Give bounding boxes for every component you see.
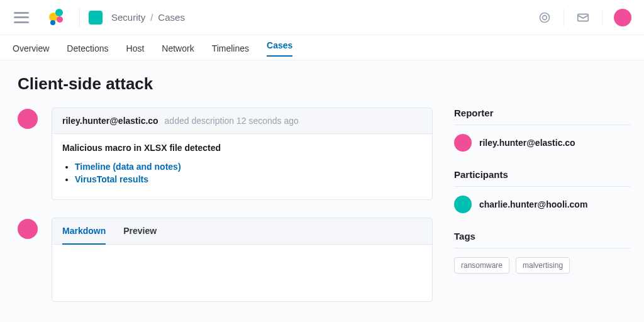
help-icon[interactable] [537, 10, 552, 25]
nav-toggle-button[interactable] [14, 12, 29, 23]
reporter-label: Reporter [454, 108, 630, 125]
editor-tab-markdown[interactable]: Markdown [62, 218, 106, 245]
activity-entry: riley.hunter@elastic.co added descriptio… [18, 108, 433, 200]
space-selector-button[interactable] [89, 11, 103, 25]
avatar [454, 196, 472, 213]
tag-chip[interactable]: malvertising [516, 257, 570, 274]
top-bar: Security / Cases [0, 0, 644, 35]
reporter-name: riley.hunter@elastic.co [479, 138, 575, 148]
participant-name: charlie.hunter@hooli.com [479, 199, 587, 209]
activity-description: Malicious macro in XLSX file detected [62, 143, 422, 153]
link-timeline[interactable]: Timeline (data and notes) [75, 162, 181, 172]
tab-detections[interactable]: Detections [67, 42, 108, 53]
breadcrumb-root[interactable]: Security [111, 12, 145, 23]
participant-person[interactable]: charlie.hunter@hooli.com [454, 196, 630, 213]
page-body: Client-side attack riley.hunter@elastic.… [0, 60, 644, 322]
breadcrumb-current: Cases [158, 12, 185, 23]
editor-card[interactable]: Markdown Preview [52, 218, 433, 302]
case-title: Client-side attack [14, 74, 630, 94]
tab-host[interactable]: Host [126, 42, 145, 53]
activity-action: added description [165, 116, 235, 126]
newsfeed-icon[interactable] [575, 10, 591, 25]
tab-network[interactable]: Network [162, 42, 194, 53]
svg-point-1 [543, 15, 547, 19]
activity-avatar [18, 109, 38, 129]
link-virustotal[interactable]: VirusTotal results [75, 174, 148, 184]
comment-editor: Markdown Preview [18, 218, 433, 302]
editor-avatar [18, 219, 38, 239]
breadcrumb-separator: / [150, 12, 153, 23]
divider [602, 9, 602, 26]
divider [79, 8, 80, 27]
tags-label: Tags [454, 231, 630, 248]
section-tabs: Overview Detections Host Network Timelin… [0, 35, 644, 60]
activity-feed: riley.hunter@elastic.co added descriptio… [18, 108, 433, 319]
participants-section: Participants charlie.hunter@hooli.com [454, 169, 630, 213]
activity-actor: riley.hunter@elastic.co [62, 116, 158, 126]
svg-point-0 [540, 13, 550, 22]
participants-label: Participants [454, 169, 630, 187]
reporter-person[interactable]: riley.hunter@elastic.co [454, 134, 630, 152]
reporter-section: Reporter riley.hunter@elastic.co [454, 108, 630, 152]
avatar [454, 134, 472, 152]
divider [564, 9, 564, 26]
tab-overview[interactable]: Overview [13, 42, 49, 53]
activity-card: riley.hunter@elastic.co added descriptio… [52, 108, 433, 200]
user-avatar-button[interactable] [614, 9, 631, 26]
elastic-logo-icon[interactable] [48, 9, 65, 26]
editor-tab-preview[interactable]: Preview [123, 218, 157, 244]
editor-tabs: Markdown Preview [52, 218, 432, 245]
tags-section: Tags ransomware malvertising [454, 231, 630, 274]
tab-cases[interactable]: Cases [267, 39, 292, 57]
breadcrumb: Security / Cases [111, 12, 185, 23]
activity-time: 12 seconds ago [236, 116, 299, 126]
tab-timelines[interactable]: Timelines [212, 42, 249, 53]
editor-textarea[interactable] [52, 245, 432, 301]
tag-chip[interactable]: ransomware [454, 257, 509, 274]
case-sidebar: Reporter riley.hunter@elastic.co Partici… [454, 108, 630, 319]
activity-header: riley.hunter@elastic.co added descriptio… [52, 108, 432, 134]
